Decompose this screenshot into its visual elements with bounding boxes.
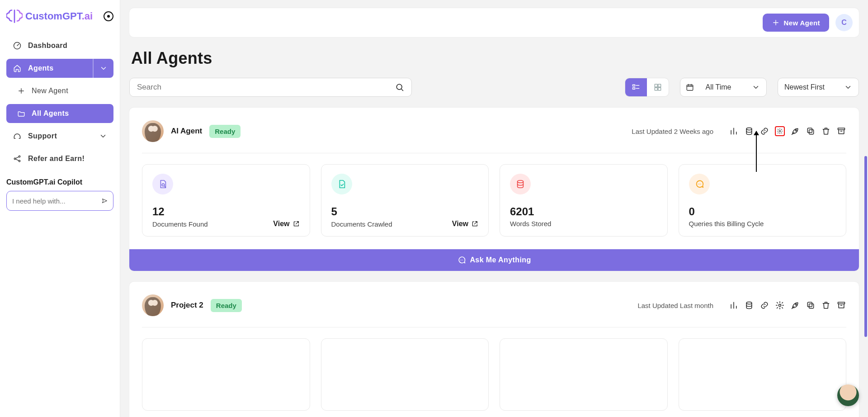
last-updated: Last Updated Last month — [637, 302, 713, 309]
duplicate-button[interactable] — [806, 126, 816, 136]
copilot-input-wrap[interactable] — [6, 191, 113, 211]
search-box[interactable] — [129, 78, 412, 97]
stat-documents-found: 12 Documents Found View — [142, 164, 310, 237]
settings-button[interactable] — [775, 300, 785, 310]
agents-expand-toggle[interactable] — [93, 59, 113, 78]
topbar: New Agent C — [129, 8, 859, 37]
chevron-down-icon — [752, 83, 760, 91]
analytics-button[interactable] — [729, 300, 739, 310]
sidebar-collapse-button[interactable] — [104, 11, 113, 21]
ask-me-anything-button[interactable]: Ask Me Anything — [129, 249, 859, 271]
headphones-icon — [13, 132, 22, 141]
sidebar-item-agents[interactable]: Agents — [6, 59, 113, 78]
settings-button[interactable] — [775, 126, 785, 136]
copy-icon — [806, 127, 815, 136]
copilot-title: CustomGPT.ai Copilot — [6, 178, 113, 186]
sidebar-item-refer[interactable]: Refer and Earn! — [6, 149, 113, 168]
stat-label: Documents Crawled — [331, 220, 392, 228]
deploy-button[interactable] — [790, 300, 800, 310]
grid-icon — [653, 83, 662, 92]
bar-chart-icon — [729, 127, 738, 136]
stat-words-stored: 6201 Words Stored — [500, 164, 668, 237]
link-button[interactable] — [760, 126, 769, 136]
rocket-icon — [791, 127, 800, 136]
trash-icon — [821, 127, 830, 136]
sort-filter-label: Newest First — [784, 83, 825, 91]
stat-placeholder — [142, 338, 310, 411]
delete-button[interactable] — [821, 126, 831, 136]
account-avatar[interactable]: C — [835, 14, 853, 31]
bar-chart-icon — [729, 301, 738, 310]
brand-text: CustomGPT.ai — [25, 10, 93, 22]
search-input[interactable] — [137, 83, 395, 92]
archive-button[interactable] — [836, 300, 846, 310]
sort-filter[interactable]: Newest First — [778, 78, 859, 97]
chevron-down-icon — [99, 132, 107, 140]
duplicate-button[interactable] — [806, 300, 816, 310]
chat-widget-avatar[interactable] — [837, 384, 859, 406]
stat-view-link[interactable]: View — [452, 220, 478, 228]
data-button[interactable] — [744, 300, 754, 310]
search-icon[interactable] — [395, 83, 404, 92]
sidebar-item-new-agent[interactable]: New Agent — [6, 81, 113, 100]
agent-header: Project 2 Ready Last Updated Last month — [142, 294, 846, 316]
archive-icon — [837, 301, 846, 310]
brain-icon — [6, 8, 23, 24]
sidebar-item-dashboard[interactable]: Dashboard — [6, 36, 113, 55]
copilot-input[interactable] — [12, 197, 98, 205]
view-toggle — [625, 78, 669, 97]
sidebar-item-support[interactable]: Support — [6, 127, 113, 146]
chat-icon — [689, 174, 710, 194]
plus-icon — [772, 19, 780, 27]
deploy-button[interactable] — [790, 126, 800, 136]
delete-button[interactable] — [821, 300, 831, 310]
main: New Agent C All Agents All Time Newest F… — [120, 0, 868, 417]
database-icon — [745, 127, 754, 136]
copy-icon — [806, 301, 815, 310]
link-button[interactable] — [760, 300, 769, 310]
gear-icon — [775, 301, 784, 310]
brand-logo[interactable]: CustomGPT.ai — [6, 8, 93, 24]
database-icon — [745, 301, 754, 310]
sidebar: CustomGPT.ai Dashboard Agents New Agent … — [0, 0, 120, 417]
avatar-initial: C — [841, 19, 847, 27]
time-filter[interactable]: All Time — [680, 78, 767, 97]
list-controls: All Time Newest First — [129, 78, 859, 97]
stat-label: Queries this Billing Cycle — [689, 220, 764, 227]
link-icon — [760, 301, 769, 310]
send-icon[interactable] — [102, 196, 108, 205]
agent-action-icons — [729, 126, 846, 136]
folder-icon — [17, 109, 25, 118]
database-icon — [510, 174, 531, 194]
list-icon — [632, 83, 641, 92]
new-agent-button[interactable]: New Agent — [763, 14, 829, 32]
page-title: All Agents — [131, 49, 857, 68]
stat-placeholder — [679, 338, 847, 411]
calendar-icon — [686, 83, 694, 91]
stat-placeholder — [500, 338, 668, 411]
stat-value: 6201 — [510, 205, 657, 218]
sidebar-item-all-agents[interactable]: All Agents — [6, 104, 113, 123]
data-button[interactable] — [744, 126, 754, 136]
status-badge: Ready — [211, 299, 242, 312]
sidebar-item-label: All Agents — [32, 109, 69, 118]
trash-icon — [821, 301, 830, 310]
analytics-button[interactable] — [729, 126, 739, 136]
sidebar-item-label: New Agent — [32, 87, 68, 95]
doc-search-icon — [152, 174, 173, 194]
stat-view-link[interactable]: View — [273, 220, 299, 228]
agent-avatar — [142, 120, 164, 142]
view-list-button[interactable] — [625, 78, 647, 96]
gear-icon — [777, 127, 783, 135]
new-agent-label: New Agent — [783, 19, 820, 27]
archive-button[interactable] — [836, 126, 846, 136]
gauge-icon — [13, 41, 22, 50]
view-grid-button[interactable] — [647, 78, 669, 96]
external-link-icon — [292, 220, 300, 227]
agent-name: Project 2 — [171, 301, 203, 310]
plus-icon — [17, 87, 25, 95]
scroll-indicator[interactable] — [864, 156, 867, 337]
copilot-section: CustomGPT.ai Copilot — [6, 178, 113, 211]
external-link-icon — [471, 220, 478, 227]
stat-value: 0 — [689, 205, 836, 218]
